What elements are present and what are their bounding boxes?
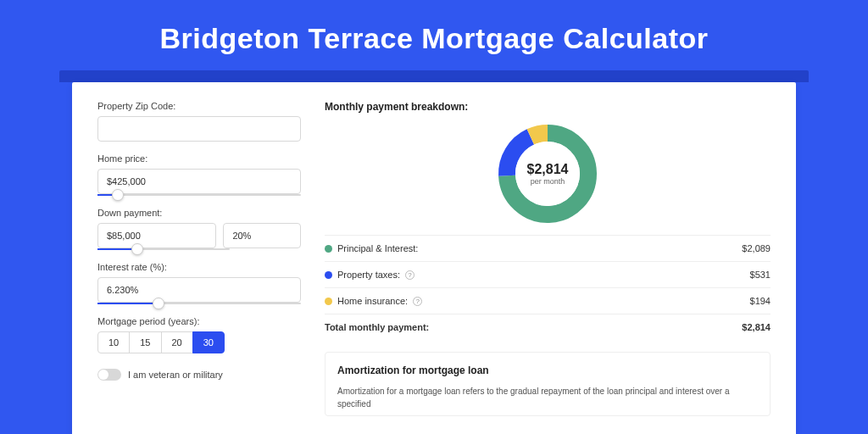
breakdown-lines: Principal & Interest:$2,089Property taxe… — [325, 235, 771, 314]
veteran-label: I am veteran or military — [128, 370, 223, 380]
breakdown-label: Home insurance: — [337, 296, 408, 306]
help-icon[interactable]: ? — [413, 297, 422, 306]
interest-field: Interest rate (%): — [97, 262, 301, 304]
home-price-input[interactable] — [97, 169, 301, 194]
home-price-label: Home price: — [97, 153, 301, 164]
down-payment-slider[interactable] — [97, 248, 230, 250]
down-payment-amount-input[interactable] — [97, 223, 216, 248]
breakdown-row: Principal & Interest:$2,089 — [325, 235, 771, 261]
help-icon[interactable]: ? — [405, 270, 415, 280]
period-field: Mortgage period (years): 10152030 — [97, 316, 301, 353]
interest-label: Interest rate (%): — [97, 262, 301, 272]
period-label: Mortgage period (years): — [97, 316, 301, 326]
period-button-30[interactable]: 30 — [192, 331, 225, 353]
zip-label: Property Zip Code: — [97, 101, 301, 111]
donut-value: $2,814 — [527, 162, 569, 177]
calculator-card: Property Zip Code: Home price: Down paym… — [72, 82, 796, 434]
breakdown-title: Monthly payment breakdown: — [325, 101, 771, 113]
period-button-15[interactable]: 15 — [129, 331, 161, 353]
zip-input[interactable] — [97, 116, 301, 142]
interest-input[interactable] — [97, 277, 301, 303]
zip-field: Property Zip Code: — [97, 101, 301, 142]
home-price-slider[interactable] — [97, 194, 301, 196]
card-shadow-bar — [59, 70, 809, 82]
inputs-panel: Property Zip Code: Home price: Down paym… — [97, 101, 301, 434]
breakdown-amount: $194 — [750, 296, 771, 306]
donut-sub: per month — [531, 177, 565, 186]
amortization-title: Amortization for mortgage loan — [337, 364, 758, 376]
legend-dot — [325, 245, 332, 253]
veteran-toggle[interactable] — [97, 369, 121, 381]
veteran-row: I am veteran or military — [97, 369, 301, 381]
interest-slider[interactable] — [97, 303, 301, 304]
home-price-field: Home price: — [97, 153, 301, 196]
breakdown-panel: Monthly payment breakdown: $2,814 per mo… — [325, 101, 771, 434]
total-row: Total monthly payment: $2,814 — [325, 314, 771, 340]
down-payment-percent-input[interactable] — [223, 223, 301, 248]
breakdown-row: Property taxes:?$531 — [325, 261, 771, 287]
breakdown-label: Property taxes: — [337, 270, 400, 280]
donut-chart: $2,814 per month — [497, 123, 598, 225]
legend-dot — [325, 298, 332, 305]
down-payment-label: Down payment: — [97, 208, 301, 218]
down-payment-field: Down payment: — [97, 208, 301, 250]
period-buttons: 10152030 — [97, 331, 301, 353]
breakdown-amount: $2,089 — [742, 243, 771, 253]
amortization-text: Amortization for a mortgage loan refers … — [337, 385, 758, 410]
breakdown-amount: $531 — [750, 270, 771, 280]
period-button-20[interactable]: 20 — [161, 331, 193, 353]
total-label: Total monthly payment: — [325, 322, 429, 332]
donut-center: $2,814 per month — [515, 142, 580, 206]
legend-dot — [325, 271, 332, 279]
donut-wrap: $2,814 per month — [325, 121, 771, 235]
period-button-10[interactable]: 10 — [97, 331, 130, 353]
total-amount: $2,814 — [742, 322, 771, 332]
breakdown-label: Principal & Interest: — [337, 243, 418, 253]
breakdown-row: Home insurance:?$194 — [325, 287, 771, 314]
amortization-box: Amortization for mortgage loan Amortizat… — [325, 352, 771, 416]
page-title: Bridgeton Terrace Mortgage Calculator — [0, 0, 868, 70]
